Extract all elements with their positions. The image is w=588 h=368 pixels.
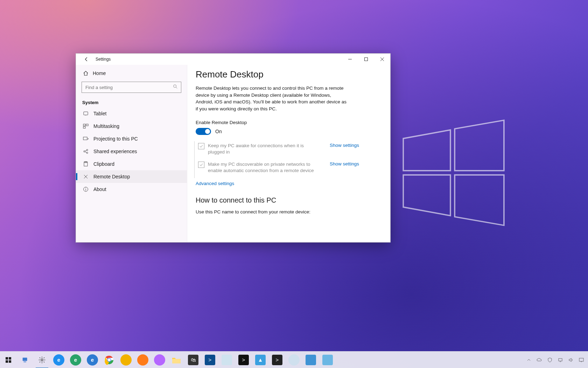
volume-icon	[568, 357, 573, 362]
cloud-icon	[537, 358, 542, 362]
task-view-icon	[21, 356, 29, 364]
close-button[interactable]	[374, 54, 390, 65]
page-description: Remote Desktop lets you connect to and c…	[196, 85, 350, 112]
projecting-icon	[83, 136, 89, 142]
discoverable-show-settings-link[interactable]: Show settings	[330, 161, 359, 166]
sidebar-item-multitasking[interactable]: Multitasking	[76, 120, 187, 132]
system-tray	[524, 352, 588, 368]
sidebar-group-label: System	[76, 96, 187, 107]
sidebar-item-label: Clipboard	[93, 161, 114, 167]
clipboard-icon	[83, 161, 89, 167]
settings-window: Settings Home System	[76, 53, 391, 243]
maximize-button[interactable]	[358, 54, 374, 65]
page-title: Remote Desktop	[196, 69, 382, 80]
taskbar-app-terminal[interactable]: >	[269, 352, 286, 368]
tray-network-icon[interactable]	[556, 352, 565, 368]
svg-rect-26	[23, 357, 27, 361]
multitasking-icon	[83, 123, 89, 129]
sidebar: Home System Tablet Multitasking Projecti	[76, 65, 187, 242]
taskbar-app-cmd[interactable]: >	[235, 352, 252, 368]
sidebar-item-projecting[interactable]: Projecting to this PC	[76, 132, 187, 145]
svg-rect-11	[86, 124, 88, 126]
svg-marker-0	[403, 130, 450, 171]
discoverable-checkbox[interactable]	[198, 162, 204, 168]
search-input[interactable]	[82, 82, 181, 93]
taskbar-app-firefox-dev[interactable]	[151, 352, 168, 368]
chrome-icon	[104, 355, 114, 365]
svg-point-28	[41, 359, 43, 361]
taskbar-app-powershell[interactable]: >	[202, 352, 218, 368]
svg-point-14	[84, 151, 85, 152]
taskbar-app-settings[interactable]	[34, 352, 50, 368]
sidebar-item-label: Shared experiences	[93, 149, 137, 154]
sidebar-item-tablet[interactable]: Tablet	[76, 107, 187, 120]
titlebar: Settings	[76, 54, 390, 65]
taskbar-app-chrome-canary[interactable]	[118, 352, 134, 368]
sidebar-item-clipboard[interactable]: Clipboard	[76, 158, 187, 170]
keep-awake-checkbox[interactable]	[198, 143, 204, 149]
sidebar-item-label: Projecting to this PC	[93, 136, 138, 142]
sidebar-item-label: Remote Desktop	[93, 174, 130, 179]
svg-rect-13	[83, 137, 87, 140]
windows-start-icon	[5, 357, 12, 363]
taskbar-app-file-explorer[interactable]	[168, 352, 185, 368]
svg-rect-25	[9, 360, 11, 363]
sidebar-item-about[interactable]: About	[76, 183, 187, 196]
back-button[interactable]	[81, 54, 92, 65]
svg-rect-33	[559, 359, 562, 361]
taskbar: eee🛍>>▲>	[0, 351, 588, 368]
tray-volume-icon[interactable]	[566, 352, 575, 368]
minimize-icon	[348, 57, 352, 61]
taskbar-app-store[interactable]: 🛍	[185, 352, 202, 368]
sidebar-item-remote-desktop[interactable]: Remote Desktop	[76, 170, 187, 183]
shield-icon	[547, 357, 552, 362]
taskbar-app-firefox[interactable]	[134, 352, 151, 368]
taskbar-app-edge-canary[interactable]: e	[84, 352, 101, 368]
svg-rect-10	[83, 124, 85, 126]
svg-point-15	[86, 149, 88, 151]
network-icon	[558, 357, 563, 362]
connect-subtext: Use this PC name to connect from your re…	[196, 209, 382, 214]
taskbar-app-paint[interactable]	[319, 352, 336, 368]
taskbar-app-task-view[interactable]	[17, 352, 34, 368]
check-icon	[199, 144, 203, 148]
keep-awake-show-settings-link[interactable]: Show settings	[330, 143, 359, 148]
about-icon	[83, 186, 89, 192]
tray-onedrive-icon[interactable]	[535, 352, 544, 368]
action-center-icon	[579, 357, 584, 362]
arrow-left-icon	[84, 57, 89, 62]
taskbar-app-photos[interactable]: ▲	[252, 352, 269, 368]
svg-rect-12	[83, 127, 85, 128]
tray-action-center-icon[interactable]	[577, 352, 586, 368]
taskbar-app-chrome[interactable]	[101, 352, 118, 368]
svg-rect-22	[6, 357, 8, 360]
svg-point-31	[108, 359, 111, 361]
taskbar-app-rdc[interactable]	[302, 352, 319, 368]
taskbar-app-start[interactable]	[0, 352, 17, 368]
check-icon	[199, 163, 203, 167]
sidebar-home[interactable]: Home	[76, 67, 187, 80]
svg-point-21	[85, 188, 86, 189]
enable-label: Enable Remote Desktop	[196, 120, 382, 125]
minimize-button[interactable]	[342, 54, 358, 65]
chevron-up-icon	[527, 358, 531, 362]
toggle-state-label: On	[215, 129, 222, 134]
sidebar-nav: Tablet Multitasking Projecting to this P…	[76, 107, 187, 196]
svg-rect-8	[84, 112, 88, 115]
svg-marker-1	[455, 120, 504, 171]
taskbar-app-notepad[interactable]	[218, 352, 235, 368]
sidebar-item-label: Multitasking	[93, 123, 119, 129]
tray-security-icon[interactable]	[545, 352, 554, 368]
connect-heading: How to connect to this PC	[196, 196, 382, 204]
window-title: Settings	[96, 54, 111, 65]
sidebar-item-shared-experiences[interactable]: Shared experiences	[76, 145, 187, 158]
enable-remote-desktop-toggle[interactable]	[196, 128, 211, 135]
tray-overflow-button[interactable]	[524, 352, 533, 368]
taskbar-app-edge[interactable]: e	[50, 352, 67, 368]
taskbar-app-onedrive[interactable]	[286, 352, 302, 368]
remote-desktop-icon	[83, 174, 89, 179]
shared-icon	[83, 149, 89, 154]
advanced-settings-link[interactable]: Advanced settings	[196, 181, 234, 186]
svg-rect-32	[172, 359, 181, 363]
taskbar-app-edge-dev[interactable]: e	[67, 352, 84, 368]
